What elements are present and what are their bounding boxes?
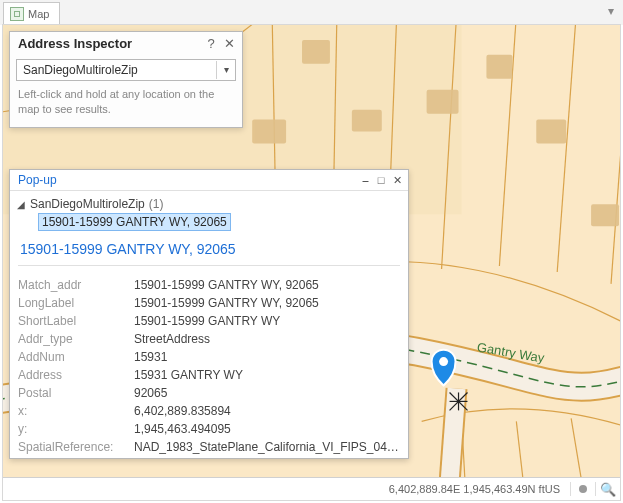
table-row: x: 6,402,889.835894 — [18, 402, 400, 420]
table-row: AddNum 15931 — [18, 348, 400, 366]
map-view-icon — [10, 7, 24, 21]
attr-name: Postal — [18, 386, 134, 400]
svg-line-6 — [557, 25, 576, 272]
status-coordinates: 6,402,889.84E 1,945,463.49N ftUS — [389, 483, 566, 495]
magnifier-icon: 🔍 — [600, 482, 616, 497]
attr-value: 15901-15999 GANTRY WY, 92065 — [134, 278, 400, 292]
address-inspector-title: Address Inspector — [18, 36, 200, 51]
attr-name: LongLabel — [18, 296, 134, 310]
address-inspector-panel: Address Inspector ? ✕ SanDiegoMultiroleZ… — [9, 31, 243, 128]
zoom-to-xy-button[interactable]: 🔍 — [600, 481, 616, 497]
attr-name: AddNum — [18, 350, 134, 364]
popup-panel: Pop-up ‒ □ ✕ ◢ SanDiegoMultiroleZip (1) … — [9, 169, 409, 459]
attr-name: x: — [18, 404, 134, 418]
svg-rect-11 — [252, 120, 286, 144]
svg-point-21 — [439, 357, 448, 366]
svg-rect-13 — [352, 110, 382, 132]
tab-map[interactable]: Map — [3, 2, 60, 25]
pane-menu-button[interactable]: ▾ — [603, 5, 619, 19]
chevron-down-icon: ▾ — [216, 61, 235, 79]
attr-value: 6,402,889.835894 — [134, 404, 400, 418]
svg-rect-14 — [427, 90, 459, 114]
attr-name: SpatialReference: — [18, 440, 134, 454]
tree-layer-name: SanDiegoMultiroleZip — [26, 197, 145, 211]
attr-name: ShortLabel — [18, 314, 134, 328]
locator-dropdown[interactable]: SanDiegoMultiroleZip ▾ — [16, 59, 236, 81]
popup-title: Pop-up — [18, 173, 356, 187]
table-row: Postal 92065 — [18, 384, 400, 402]
inspector-instructions: Left-click and hold at any location on t… — [10, 87, 242, 127]
divider — [595, 482, 596, 496]
table-row: Address 15931 GANTRY WY — [18, 366, 400, 384]
svg-rect-15 — [486, 55, 512, 79]
attr-value: StreetAddress — [134, 332, 400, 346]
location-pin-icon — [432, 332, 456, 388]
svg-rect-12 — [302, 40, 330, 64]
table-row: SpatialReference: NAD_1983_StatePlane_Ca… — [18, 438, 400, 456]
svg-line-7 — [611, 25, 620, 284]
attr-value: 15901-15999 GANTRY WY, 92065 — [134, 296, 400, 310]
popup-result-title: 15901-15999 GANTRY WY, 92065 — [10, 231, 408, 265]
table-row: ShortLabel 15901-15999 GANTRY WY — [18, 312, 400, 330]
attr-value: 15931 — [134, 350, 400, 364]
tree-layer-count: (1) — [145, 197, 164, 211]
map-view[interactable]: Gantry Way Address Inspector ? ✕ SanDie — [2, 24, 621, 501]
table-row: Match_addr 15901-15999 GANTRY WY, 92065 — [18, 276, 400, 294]
attr-value: 1,945,463.494095 — [134, 422, 400, 436]
close-icon[interactable]: ✕ — [222, 37, 236, 51]
maximize-icon[interactable]: □ — [374, 173, 388, 187]
tree-selected-feature[interactable]: 15901-15999 GANTRY WY, 92065 — [38, 213, 231, 231]
tab-label: Map — [28, 8, 49, 20]
attr-value: 15931 GANTRY WY — [134, 368, 400, 382]
status-bar: 6,402,889.84E 1,945,463.49N ftUS 🔍 — [3, 477, 620, 500]
divider — [570, 482, 571, 496]
attr-name: Address — [18, 368, 134, 382]
help-icon[interactable]: ? — [204, 37, 218, 51]
attr-value: 92065 — [134, 386, 400, 400]
attr-name: Addr_type — [18, 332, 134, 346]
dot-icon — [579, 485, 587, 493]
coordinate-format-button[interactable] — [575, 481, 591, 497]
attribute-table: Match_addr 15901-15999 GANTRY WY, 92065 … — [10, 276, 408, 456]
attr-name: y: — [18, 422, 134, 436]
tree-layer-row[interactable]: ◢ SanDiegoMultiroleZip (1) — [10, 195, 408, 213]
close-icon[interactable]: ✕ — [390, 173, 404, 187]
popup-header[interactable]: Pop-up ‒ □ ✕ — [10, 170, 408, 191]
locator-dropdown-value: SanDiegoMultiroleZip — [17, 63, 216, 77]
chevron-down-icon: ▾ — [608, 4, 614, 18]
attr-name: Match_addr — [18, 278, 134, 292]
attr-value: NAD_1983_StatePlane_California_VI_FIPS_0… — [134, 440, 400, 454]
attr-value: 15901-15999 GANTRY WY — [134, 314, 400, 328]
svg-rect-17 — [591, 204, 619, 226]
expand-collapse-icon[interactable]: ◢ — [16, 199, 26, 210]
table-row: Addr_type StreetAddress — [18, 330, 400, 348]
table-row: LongLabel 15901-15999 GANTRY WY, 92065 — [18, 294, 400, 312]
svg-rect-16 — [536, 120, 566, 144]
minimize-icon[interactable]: ‒ — [358, 173, 372, 187]
divider — [18, 265, 400, 266]
tab-strip: Map ▾ — [0, 0, 623, 25]
crosshair-cursor-icon — [450, 392, 468, 410]
table-row: y: 1,945,463.494095 — [18, 420, 400, 438]
